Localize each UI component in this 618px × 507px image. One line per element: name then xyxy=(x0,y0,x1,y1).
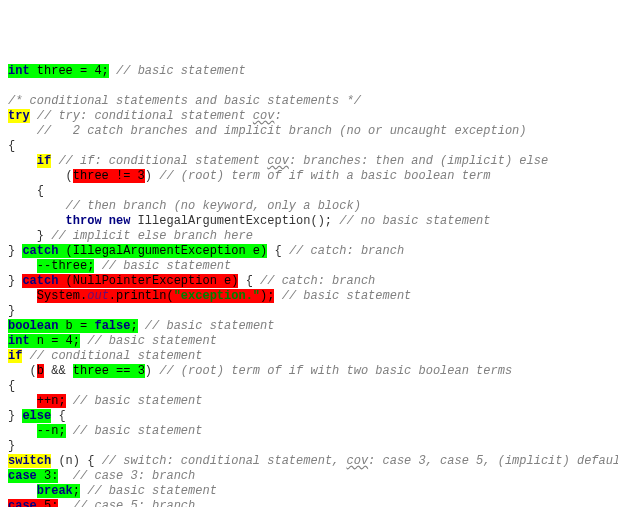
kw-break: break xyxy=(37,484,73,498)
kw-if: if xyxy=(37,154,51,168)
comment: /* conditional statements and basic stat… xyxy=(8,94,361,108)
paren: ) xyxy=(145,169,159,183)
code: IllegalArgumentException(); xyxy=(130,214,339,228)
code xyxy=(58,469,72,483)
op-and: && xyxy=(44,364,73,378)
line-14: --three; // basic statement xyxy=(8,259,231,273)
comment: // catch: branch xyxy=(260,274,375,288)
kw-throw-new: throw new xyxy=(66,214,131,228)
comment: : xyxy=(274,109,281,123)
paren: ( xyxy=(66,169,73,183)
comment: // then branch (no keyword, only a block… xyxy=(66,199,361,213)
comment: : branches: then and (implicit) else xyxy=(289,154,548,168)
comment: // implicit else branch here xyxy=(51,229,253,243)
field-out: out xyxy=(87,289,109,303)
kw-false: false xyxy=(94,319,130,333)
comment: // 2 catch branches and implicit branch … xyxy=(37,124,527,138)
brace: { xyxy=(51,409,65,423)
kw-boolean: boolean xyxy=(8,319,58,333)
term-b: b xyxy=(37,364,44,378)
line-11: throw new IllegalArgumentException(); //… xyxy=(8,214,491,228)
line-20: if // conditional statement xyxy=(8,349,202,363)
stmt: --n; xyxy=(37,424,66,438)
squiggle: cov xyxy=(267,154,289,168)
comment: // switch: conditional statement, xyxy=(102,454,347,468)
comment: // (root) term of if with a basic boolea… xyxy=(159,169,490,183)
line-16: System.out.println("exception."); // bas… xyxy=(8,289,411,303)
code: n = 4; xyxy=(30,334,80,348)
kw-else: else xyxy=(22,409,51,423)
kw-switch: switch xyxy=(8,454,51,468)
line-21: (b && three == 3) // (root) term of if w… xyxy=(8,364,512,378)
line-23: ++n; // basic statement xyxy=(8,394,202,408)
code: .println( xyxy=(109,289,174,303)
line-09: { xyxy=(8,184,44,198)
kw-if: if xyxy=(8,349,22,363)
comment: // case 5: branch xyxy=(73,499,195,507)
code-block: int three = 4; // basic statement /* con… xyxy=(8,64,610,507)
comment: // basic statement xyxy=(116,64,246,78)
case-label: 5: xyxy=(37,499,59,507)
line-25: --n; // basic statement xyxy=(8,424,202,438)
comment: // basic statement xyxy=(87,484,217,498)
brace: { xyxy=(267,244,289,258)
semi: ; xyxy=(73,484,80,498)
comment: // basic statement xyxy=(73,424,203,438)
catch-arg: (IllegalArgumentException e) xyxy=(58,244,267,258)
squiggle: cov xyxy=(346,454,368,468)
kw-try: try xyxy=(8,109,30,123)
case-label: 3: xyxy=(37,469,59,483)
brace: { xyxy=(238,274,260,288)
code: b = xyxy=(58,319,94,333)
stmt: ++n; xyxy=(37,394,66,408)
comment: // basic statement xyxy=(102,259,232,273)
comment: // conditional statement xyxy=(30,349,203,363)
comment: // case 3: branch xyxy=(73,469,195,483)
line-17: } xyxy=(8,304,15,318)
line-19: int n = 4; // basic statement xyxy=(8,334,217,348)
code: (n) { xyxy=(51,454,101,468)
line-10: // then branch (no keyword, only a block… xyxy=(8,199,361,213)
comment: // no basic statement xyxy=(339,214,490,228)
term: three != 3 xyxy=(73,169,145,183)
code: System. xyxy=(37,289,87,303)
comment: // basic statement xyxy=(145,319,275,333)
kw-int: int xyxy=(8,334,30,348)
line-30: case 5: // case 5: branch xyxy=(8,499,195,507)
comment: // basic statement xyxy=(87,334,217,348)
kw-case: case xyxy=(8,469,37,483)
line-28: case 3: // case 3: branch xyxy=(8,469,195,483)
line-03: /* conditional statements and basic stat… xyxy=(8,94,361,108)
brace: } xyxy=(8,229,51,243)
kw-case: case xyxy=(8,499,37,507)
line-29: break; // basic statement xyxy=(8,484,217,498)
brace: } xyxy=(8,244,22,258)
line-18: boolean b = false; // basic statement xyxy=(8,319,274,333)
line-13: } catch (IllegalArgumentException e) { /… xyxy=(8,244,404,258)
comment: // try: conditional statement xyxy=(37,109,253,123)
line-15: } catch (NullPointerException e) { // ca… xyxy=(8,274,375,288)
comment: // basic statement xyxy=(282,289,412,303)
line-24: } else { xyxy=(8,409,66,423)
kw-catch: catch xyxy=(22,244,58,258)
catch-arg: (NullPointerException e) xyxy=(58,274,238,288)
line-05: // 2 catch branches and implicit branch … xyxy=(8,124,527,138)
line-01: int three = 4; // basic statement xyxy=(8,64,246,78)
kw-int: int xyxy=(8,64,30,78)
comment: : case 3, case 5, (implicit) default xyxy=(368,454,618,468)
code: ); xyxy=(260,289,274,303)
code: ; xyxy=(130,319,137,333)
code xyxy=(58,499,72,507)
line-06: { xyxy=(8,139,15,153)
line-04: try // try: conditional statement cov: xyxy=(8,109,282,123)
string: "exception." xyxy=(174,289,260,303)
comment: // (root) term of if with two basic bool… xyxy=(159,364,512,378)
paren: ( xyxy=(30,364,37,378)
kw-catch: catch xyxy=(22,274,58,288)
brace: } xyxy=(8,274,22,288)
comment: // catch: branch xyxy=(289,244,404,258)
line-27: switch (n) { // switch: conditional stat… xyxy=(8,454,618,468)
stmt: --three; xyxy=(37,259,95,273)
comment: // if: conditional statement xyxy=(58,154,267,168)
code: three = 4; xyxy=(30,64,109,78)
